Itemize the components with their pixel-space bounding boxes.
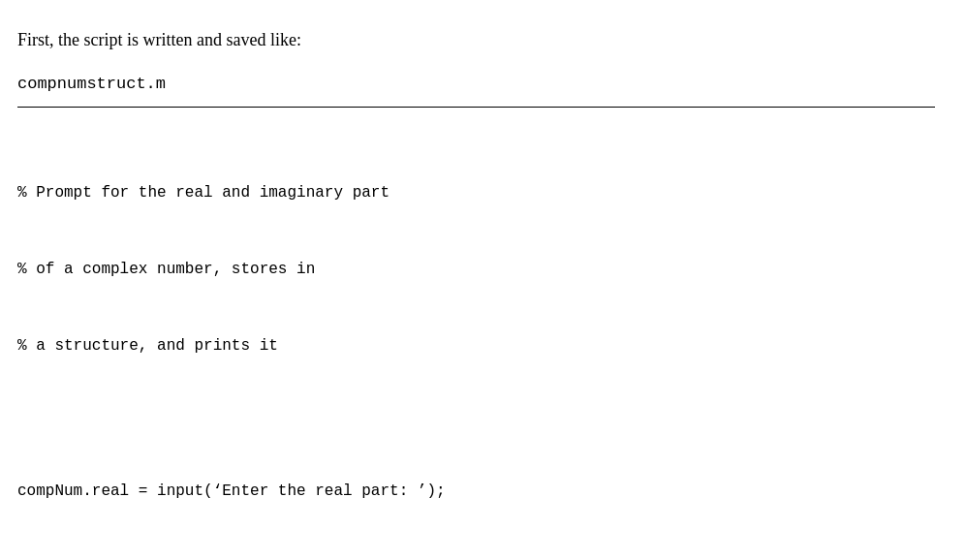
code-comment-2: % of a complex number, stores in: [17, 257, 935, 282]
code-comment-3: % a structure, and prints it: [17, 333, 935, 358]
code-assignment-1: compNum.real = input(‘Enter the real par…: [17, 479, 935, 504]
code-comment-1: % Prompt for the real and imaginary part: [17, 180, 935, 205]
intro-text: First, the script is written and saved l…: [17, 27, 935, 53]
code-assignment-2: compNum.imag = input(‘Enter the imaginar…: [17, 555, 935, 560]
code-block: % Prompt for the real and imaginary part…: [17, 129, 935, 560]
horizontal-divider: [17, 107, 935, 108]
code-spacer-1: [17, 410, 935, 427]
filename-label: compnumstruct.m: [17, 75, 935, 93]
